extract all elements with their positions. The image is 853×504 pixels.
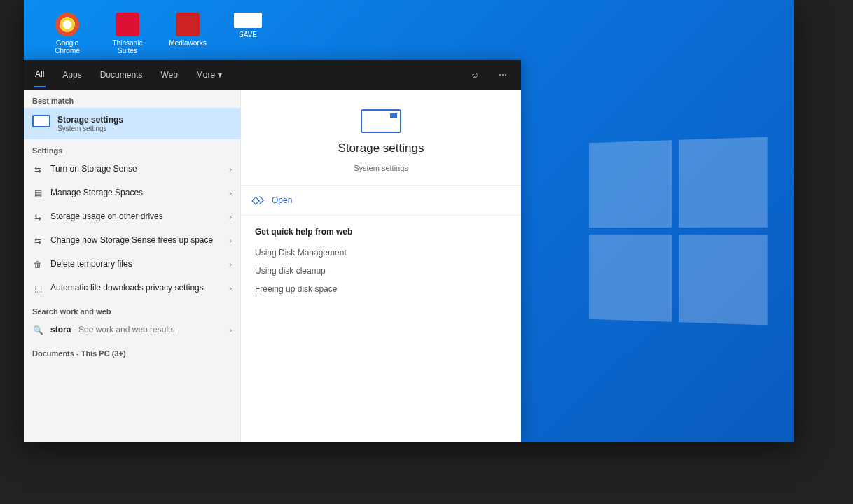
desktop-icon-label: Thinsonic Suites — [106, 39, 148, 55]
setting-label: Automatic file downloads privacy setting… — [50, 283, 222, 293]
quick-link-free-space[interactable]: Freeing up disk space — [255, 280, 507, 298]
web-search-stora[interactable]: 🔍 stora - See work and web results › — [24, 318, 240, 342]
group-best-match: Best match — [24, 90, 240, 108]
preview-subtitle: System settings — [354, 164, 408, 172]
app-icon — [176, 13, 200, 36]
desktop-icon-label: Google Chrome — [46, 39, 88, 55]
best-match-storage-settings[interactable]: Storage settings System settings — [24, 108, 240, 139]
desktop-icons: Google Chrome Thinsonic Suites Mediawork… — [46, 13, 269, 55]
desktop-icon-chrome[interactable]: Google Chrome — [46, 13, 88, 55]
chevron-right-icon: › — [229, 284, 232, 293]
app-icon — [234, 13, 262, 28]
chevron-right-icon: › — [229, 260, 232, 270]
web-search-text: stora - See work and web results — [50, 325, 222, 335]
group-settings: Settings — [24, 139, 240, 158]
group-search-work-web: Search work and web — [24, 300, 240, 318]
feedback-icon[interactable]: ☺ — [471, 70, 483, 80]
setting-storage-usage-other-drives[interactable]: ⇆ Storage usage on other drives › — [24, 205, 240, 229]
toggle-icon: ⇆ — [32, 164, 43, 174]
tab-web[interactable]: Web — [159, 63, 179, 87]
quick-link-disk-cleanup[interactable]: Using disk cleanup — [255, 262, 507, 280]
search-icon: 🔍 — [32, 326, 43, 335]
best-match-subtitle: System settings — [57, 125, 123, 132]
desktop-icon-label: Mediaworks — [169, 39, 206, 47]
chevron-right-icon: › — [229, 188, 232, 198]
chevron-right-icon: › — [229, 326, 232, 335]
start-search-panel: All Apps Documents Web More ▾ ☺ ⋯ Best m… — [24, 60, 521, 442]
tab-more[interactable]: More ▾ — [195, 63, 223, 87]
setting-label: Turn on Storage Sense — [50, 164, 222, 174]
trash-icon: 🗑 — [32, 260, 43, 270]
drive-icon: ▤ — [32, 188, 43, 198]
chevron-right-icon: › — [229, 164, 232, 174]
open-external-icon — [256, 196, 264, 204]
app-icon — [116, 13, 139, 36]
quick-help-header: Get quick help from web — [255, 227, 507, 237]
desktop-icon-thinsonic[interactable]: Thinsonic Suites — [106, 13, 148, 55]
preview-hero: Storage settings System settings — [241, 90, 521, 186]
open-label: Open — [272, 195, 292, 205]
setting-manage-storage-spaces[interactable]: ▤ Manage Storage Spaces › — [24, 181, 240, 205]
group-documents-this-pc: Documents - This PC (3+) — [24, 342, 240, 360]
best-match-title: Storage settings — [57, 115, 123, 125]
setting-label: Change how Storage Sense frees up space — [50, 235, 222, 246]
preview-title: Storage settings — [338, 141, 424, 155]
tab-all[interactable]: All — [34, 62, 46, 88]
desktop-icon-save[interactable]: SAVE — [227, 13, 269, 55]
quick-link-disk-management[interactable]: Using Disk Management — [255, 244, 507, 262]
setting-turn-on-storage-sense[interactable]: ⇆ Turn on Storage Sense › — [24, 158, 240, 181]
tab-apps[interactable]: Apps — [61, 63, 83, 87]
storage-icon — [32, 115, 50, 127]
desktop-icon-label: SAVE — [239, 31, 257, 38]
setting-delete-temporary-files[interactable]: 🗑 Delete temporary files › — [24, 253, 240, 276]
setting-label: Storage usage on other drives — [50, 211, 222, 222]
setting-automatic-downloads-privacy[interactable]: ⬚ Automatic file downloads privacy setti… — [24, 276, 240, 300]
toggle-icon: ⇆ — [32, 236, 43, 246]
privacy-icon: ⬚ — [32, 284, 43, 293]
search-results-list: Best match Storage settings System setti… — [24, 90, 241, 442]
drive-icon: ⇆ — [32, 212, 43, 222]
setting-change-storage-sense[interactable]: ⇆ Change how Storage Sense frees up spac… — [24, 229, 240, 253]
options-icon[interactable]: ⋯ — [499, 70, 511, 80]
setting-label: Manage Storage Spaces — [50, 188, 222, 198]
desktop-background: Google Chrome Thinsonic Suites Mediawork… — [24, 0, 794, 442]
chevron-right-icon: › — [229, 236, 232, 246]
setting-label: Delete temporary files — [50, 259, 222, 270]
quick-help-section: Get quick help from web Using Disk Manag… — [241, 216, 521, 309]
wallpaper-windows-logo — [589, 136, 768, 325]
search-scope-tabs: All Apps Documents Web More ▾ ☺ ⋯ — [24, 60, 521, 90]
storage-icon — [361, 109, 401, 133]
chrome-icon — [55, 13, 79, 36]
desktop-icon-mediaworks[interactable]: Mediaworks — [167, 13, 209, 55]
tab-documents[interactable]: Documents — [99, 63, 144, 87]
open-button[interactable]: Open — [241, 186, 521, 216]
chevron-right-icon: › — [229, 212, 232, 222]
result-preview-pane: Storage settings System settings Open Ge… — [241, 90, 521, 442]
